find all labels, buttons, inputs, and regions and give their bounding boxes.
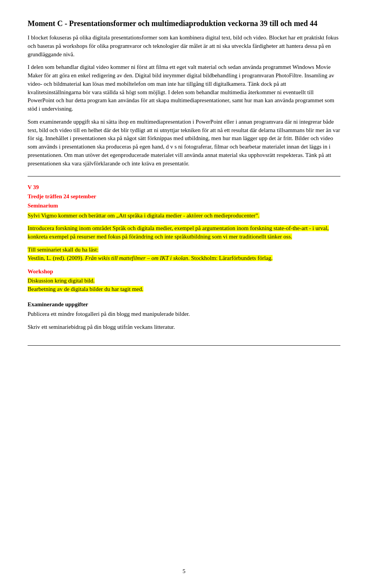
seminar-text-1: Sylvi Vigmo kommer och berättar om „Att …: [28, 212, 340, 220]
reading-label: Till seminariet skall du ha läst:: [28, 247, 99, 253]
divider-bottom: [28, 345, 340, 346]
seminar-highlight-2: Introducera forskning inom området Språk…: [28, 225, 329, 240]
seminar-label: Seminarium: [28, 202, 340, 210]
divider-top: [28, 176, 340, 176]
reading-section: Till seminariet skall du ha läst: Vestli…: [28, 246, 340, 263]
workshop-highlight-2: Bearbetning av de digitala bilder du har…: [28, 286, 143, 292]
workshop-text: Diskussion kring digital bild. Bearbetni…: [28, 277, 340, 294]
intro-paragraph-1: I blocket fokuseras på olika digitala pr…: [28, 34, 340, 59]
reading-ref: Vestlin, L. (red). (2009). Från wikis ti…: [28, 255, 273, 261]
workshop-label: Workshop: [28, 268, 340, 276]
workshop-highlight-1: Diskussion kring digital bild.: [28, 278, 95, 284]
page: Moment C - Presentationsformer och multi…: [0, 0, 368, 588]
exam-paragraph: Som examinerande uppgift ska ni sätta ih…: [28, 118, 340, 168]
exam-section-label: Examinerande uppgifter: [28, 301, 340, 309]
exam-item-2: Skriv ett seminariebidrag på din blogg u…: [28, 323, 340, 332]
v39-block: V 39 Tredje träffen 24 september Seminar…: [28, 183, 340, 332]
page-title: Moment C - Presentationsformer och multi…: [28, 18, 340, 28]
week-label: V 39: [28, 183, 340, 192]
seminar-text-2: Introducera forskning inom området Språk…: [28, 224, 340, 241]
seminar-highlight-1: Sylvi Vigmo kommer och berättar om „Att …: [28, 212, 260, 219]
page-number: 5: [182, 567, 186, 576]
intro-paragraph-2: I delen som behandlar digital video komm…: [28, 63, 340, 113]
exam-item-1: Publicera ett mindre fotogalleri på din …: [28, 310, 340, 318]
date-label: Tredje träffen 24 september: [28, 193, 340, 201]
